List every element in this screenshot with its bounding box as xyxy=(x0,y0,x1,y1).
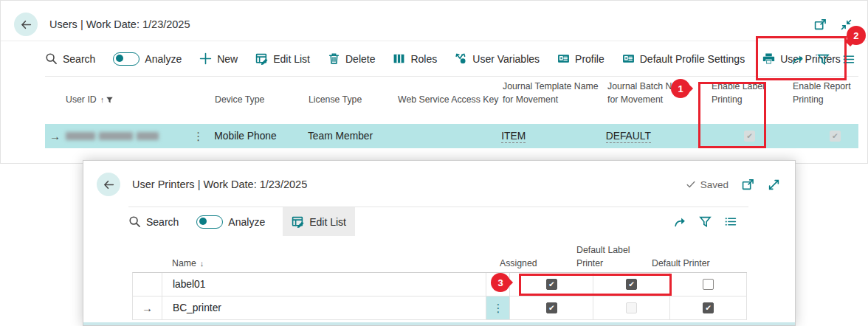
default-printer-checkbox[interactable] xyxy=(703,279,714,290)
row-more-cell[interactable]: ⋮ xyxy=(486,296,510,320)
user-variables-button[interactable]: User Variables xyxy=(455,41,540,76)
column-assigned[interactable]: Assigned xyxy=(486,257,570,271)
column-filter-icon xyxy=(106,96,114,104)
user-printers-window: User Printers | Work Date: 1/23/2025 Sav… xyxy=(83,160,796,326)
profile-card-icon xyxy=(622,52,635,65)
filter-icon[interactable] xyxy=(817,53,830,66)
profile-card-icon xyxy=(557,52,570,65)
users-toolbar: Search Analyze New Edit List Delete Role… xyxy=(45,41,858,77)
new-button[interactable]: New xyxy=(199,41,238,76)
column-license-type[interactable]: License Type xyxy=(309,94,398,107)
row-more-icon[interactable]: ⋮ xyxy=(193,131,204,142)
row-selector[interactable] xyxy=(133,273,162,296)
printers-toolbar-icons xyxy=(674,207,737,236)
page-title: Users | Work Date: 1/23/2025 xyxy=(49,18,190,30)
cell-name[interactable]: label01 xyxy=(162,273,486,296)
back-arrow-icon xyxy=(103,178,115,191)
printers-toolbar: Search Analyze Edit List xyxy=(128,207,748,236)
column-default-label-printer[interactable]: Default Label Printer xyxy=(570,244,647,271)
search-button[interactable]: Search xyxy=(128,207,179,236)
users-titlebar: Users | Work Date: 1/23/2025 xyxy=(1,1,867,39)
back-button[interactable] xyxy=(14,13,38,36)
column-user-id[interactable]: User ID ↑ xyxy=(66,94,215,107)
sort-desc-icon: ↓ xyxy=(200,258,204,270)
analyze-toggle[interactable]: Analyze xyxy=(113,41,182,76)
back-button[interactable] xyxy=(97,173,120,196)
user-row-selected[interactable]: → ⋮ Mobile Phone Team Member ITEM DEFAUL… xyxy=(45,124,858,148)
list-menu-icon[interactable] xyxy=(724,215,737,228)
open-in-window-icon[interactable] xyxy=(742,178,754,191)
printers-table: label01 → BC_printer ⋮ xyxy=(132,272,747,320)
delete-button[interactable]: Delete xyxy=(328,41,375,76)
annotation-badge-1: 1 xyxy=(671,79,690,98)
assigned-checkbox[interactable] xyxy=(546,302,557,313)
column-default-printer[interactable]: Default Printer xyxy=(647,257,723,271)
edit-list-button[interactable]: Edit List xyxy=(255,41,310,76)
users-window: Users | Work Date: 1/23/2025 Search Anal… xyxy=(0,0,868,164)
toggle-switch[interactable] xyxy=(196,215,223,229)
check-icon xyxy=(686,179,696,190)
user-id-redacted xyxy=(66,132,159,140)
enable-report-printing-checkbox xyxy=(830,131,841,142)
profile-button[interactable]: Profile xyxy=(557,41,604,76)
filter-icon[interactable] xyxy=(699,215,712,228)
window-bottom-edge xyxy=(83,322,795,325)
share-icon[interactable] xyxy=(792,53,805,66)
cell-name[interactable]: BC_printer xyxy=(162,296,486,320)
enable-label-printing-checkbox xyxy=(744,131,755,142)
column-enable-label-printing[interactable]: Enable Label Printing xyxy=(698,80,766,107)
expand-icon[interactable] xyxy=(768,178,780,191)
printer-row-label01[interactable]: label01 xyxy=(133,273,747,296)
default-printer-checkbox[interactable] xyxy=(703,302,714,313)
row-pointer-icon: → xyxy=(49,130,61,142)
column-enable-report-printing[interactable]: Enable Report Printing xyxy=(779,80,861,107)
cell-license-type[interactable]: Team Member xyxy=(308,131,397,142)
edit-list-button[interactable]: Edit List xyxy=(283,207,355,236)
page-title: User Printers | Work Date: 1/23/2025 xyxy=(132,178,307,190)
column-name[interactable]: Name ↓ xyxy=(132,257,486,271)
row-selector[interactable]: → xyxy=(133,296,162,320)
edit-list-icon xyxy=(255,52,268,65)
default-profile-settings-button[interactable]: Default Profile Settings xyxy=(622,41,745,76)
printers-table-header: Name ↓ Assigned Default Label Printer De… xyxy=(132,244,723,276)
default-label-printer-checkbox[interactable] xyxy=(626,279,637,290)
search-button[interactable]: Search xyxy=(45,41,95,76)
search-icon xyxy=(45,52,58,65)
search-icon xyxy=(128,215,141,228)
assigned-checkbox[interactable] xyxy=(546,279,557,290)
open-in-window-icon[interactable] xyxy=(814,18,827,31)
row-more-icon: ⋮ xyxy=(492,302,503,313)
back-arrow-icon xyxy=(20,18,32,31)
sort-asc-icon: ↑ xyxy=(100,94,105,106)
row-pointer-icon: → xyxy=(142,302,153,314)
printer-row-bc-printer[interactable]: → BC_printer ⋮ xyxy=(133,296,747,320)
cell-journal-template: ITEM xyxy=(501,131,606,142)
saved-status: Saved xyxy=(686,179,728,190)
edit-list-icon xyxy=(292,215,304,228)
plus-icon xyxy=(199,52,212,65)
roles-button[interactable]: Roles xyxy=(393,41,437,76)
column-web-service-access-key[interactable]: Web Service Access Key xyxy=(398,94,503,107)
annotation-badge-2: 2 xyxy=(847,26,866,45)
trash-icon xyxy=(328,52,340,65)
cell-device-type[interactable]: Mobile Phone xyxy=(214,131,308,142)
annotation-badge-3: 3 xyxy=(491,273,510,292)
users-toolbar-icons xyxy=(792,41,855,77)
variables-icon xyxy=(455,52,467,65)
printers-titlebar: User Printers | Work Date: 1/23/2025 Sav… xyxy=(83,161,795,199)
column-journal-template[interactable]: Journal Template Name for Movement xyxy=(503,80,607,107)
users-table-header: User ID ↑ Device Type License Type Web S… xyxy=(45,80,861,112)
toggle-switch[interactable] xyxy=(113,52,140,66)
share-icon[interactable] xyxy=(674,215,686,228)
column-device-type[interactable]: Device Type xyxy=(215,94,309,107)
default-label-printer-checkbox[interactable] xyxy=(626,302,637,313)
columns-icon xyxy=(393,52,405,65)
list-menu-icon[interactable] xyxy=(842,53,855,66)
analyze-toggle[interactable]: Analyze xyxy=(196,207,265,236)
cell-journal-batch: DEFAULT xyxy=(606,131,697,142)
